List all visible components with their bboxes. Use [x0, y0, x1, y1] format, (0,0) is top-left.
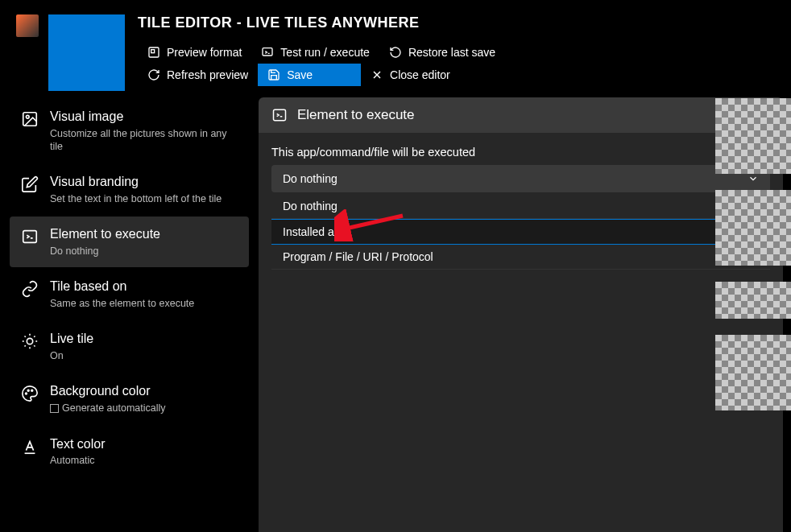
option-installed-app[interactable]: Installed app — [271, 219, 770, 245]
refresh-icon — [147, 68, 160, 81]
svg-point-17 — [26, 394, 27, 395]
svg-line-12 — [34, 346, 35, 347]
svg-rect-2 — [263, 48, 272, 56]
svg-line-11 — [24, 336, 25, 337]
app-title: TILE EDITOR - LIVE TILES ANYWHERE — [138, 14, 775, 31]
image-icon — [21, 110, 39, 128]
panel-header: Element to execute — [259, 97, 783, 133]
execute-icon — [261, 46, 274, 59]
preview-icon — [147, 46, 160, 59]
field-label: This app/command/file will be executed — [271, 146, 770, 159]
svg-line-16 — [34, 336, 35, 337]
sidebar-item-background-color[interactable]: Background colorGenerate automatically — [10, 373, 249, 424]
sidebar-item-live-tile[interactable]: Live tileOn — [10, 321, 249, 372]
option-do-nothing[interactable]: Do nothing — [271, 194, 770, 219]
thumb-wide[interactable] — [715, 282, 791, 319]
sidebar-item-text-color[interactable]: Text colorAutomatic — [10, 427, 249, 477]
tile-size-thumbnails — [715, 98, 791, 427]
svg-point-8 — [27, 339, 32, 344]
undo-icon — [389, 46, 402, 59]
edit-icon — [21, 175, 39, 193]
dropdown-options: Do nothing Installed app Program / File … — [271, 194, 770, 270]
test-run-button[interactable]: Test run / execute — [251, 41, 379, 64]
svg-line-15 — [24, 346, 25, 347]
execute-dropdown[interactable]: Do nothing — [271, 165, 770, 192]
thumb-small[interactable] — [715, 335, 791, 410]
svg-point-6 — [26, 115, 29, 118]
refresh-button[interactable]: Refresh preview — [138, 64, 258, 86]
save-button[interactable]: Save — [258, 64, 361, 86]
option-program-file[interactable]: Program / File / URI / Protocol — [271, 245, 770, 270]
tile-preview — [48, 14, 125, 91]
sidebar-item-visual-branding[interactable]: Visual brandingSet the text in the botto… — [10, 164, 249, 215]
save-icon — [267, 68, 280, 81]
preview-format-button[interactable]: Preview format — [138, 41, 251, 64]
sidebar: Visual imageCustomize all the pictures s… — [6, 97, 252, 532]
thumb-medium[interactable] — [715, 98, 791, 174]
terminal-icon — [21, 228, 39, 245]
sun-icon — [21, 332, 39, 350]
app-icon — [16, 14, 39, 37]
terminal-icon — [271, 107, 288, 123]
sidebar-item-visual-image[interactable]: Visual imageCustomize all the pictures s… — [10, 99, 249, 163]
sidebar-item-element-execute[interactable]: Element to executeDo nothing — [10, 217, 249, 267]
restore-button[interactable]: Restore last save — [379, 41, 505, 64]
palette-icon — [21, 385, 39, 402]
link-icon — [21, 280, 39, 298]
svg-point-19 — [31, 390, 33, 392]
svg-point-18 — [27, 390, 29, 392]
close-button[interactable]: Close editor — [361, 64, 460, 86]
sidebar-item-tile-based[interactable]: Tile based onSame as the element to exec… — [10, 269, 249, 320]
panel-title: Element to execute — [297, 107, 415, 123]
thumb-large[interactable] — [715, 190, 791, 266]
text-color-icon — [21, 438, 39, 456]
svg-rect-1 — [151, 50, 155, 53]
close-icon — [371, 68, 383, 81]
